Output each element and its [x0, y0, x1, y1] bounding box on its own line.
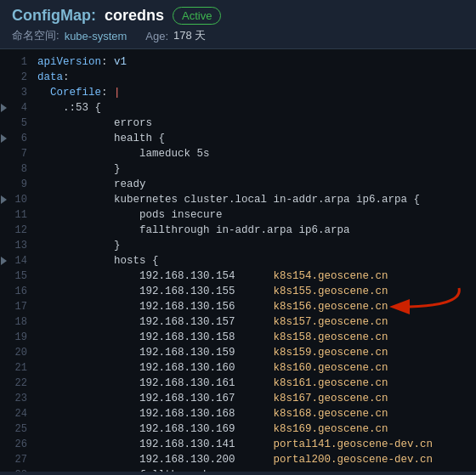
line-gutter: 14 — [0, 253, 32, 269]
code-line: 24 192.168.130.168 k8s168.geoscene.cn — [0, 406, 476, 421]
line-content: 192.168.130.154 k8s154.geoscene.cn — [32, 269, 476, 284]
line-gutter: 11 — [0, 207, 32, 223]
line-content: 192.168.130.158 k8s158.geoscene.cn — [32, 330, 476, 345]
line-number: 6 — [8, 131, 27, 146]
code-token: k8s154.geoscene.cn — [274, 270, 388, 282]
code-token: pods insecure — [37, 209, 223, 221]
code-token: : — [63, 71, 70, 83]
line-gutter: 25 — [0, 421, 32, 437]
line-number: 11 — [8, 207, 27, 223]
code-token: .:53 { — [63, 102, 101, 114]
line-gutter: 10 — [0, 192, 32, 207]
code-line: 26 192.168.130.141 portal141.geoscene-de… — [0, 437, 476, 452]
code-line: 7 lameduck 5s — [0, 146, 476, 161]
code-line: 2data: — [0, 70, 476, 85]
code-token: k8s159.geoscene.cn — [274, 347, 388, 359]
line-gutter: 8 — [0, 161, 32, 177]
line-number: 10 — [8, 192, 27, 207]
line-content: apiVersion: v1 — [32, 54, 476, 70]
code-token — [37, 87, 50, 99]
code-token: k8s157.geoscene.cn — [274, 316, 388, 328]
code-line: 3 Corefile: | — [0, 85, 476, 100]
expand-icon[interactable] — [1, 195, 7, 204]
title-row: ConfigMap: coredns Active — [12, 7, 464, 25]
code-line: 9 ready — [0, 177, 476, 192]
line-gutter: 1 — [0, 54, 32, 70]
code-token: | — [114, 87, 121, 99]
line-number: 19 — [8, 330, 27, 345]
expand-icon[interactable] — [1, 257, 7, 265]
line-content: 192.168.130.141 portal141.geoscene-dev.c… — [32, 437, 476, 452]
page-header: ConfigMap: coredns Active 命名空间: kube-sys… — [0, 0, 476, 49]
code-line: 12 fallthrough in-addr.arpa ip6.arpa — [0, 223, 476, 238]
code-line: 1apiVersion: v1 — [0, 54, 476, 70]
line-number: 4 — [8, 100, 27, 116]
code-editor: 1apiVersion: v12data:3 Corefile: |4 .:53… — [0, 49, 476, 472]
code-line: 11 pods insecure — [0, 207, 476, 223]
code-line: 13 } — [0, 238, 476, 253]
line-content: 192.168.130.156 k8s156.geoscene.cn — [32, 299, 476, 314]
line-content: data: — [32, 70, 476, 85]
namespace-value: kube-system — [65, 30, 128, 42]
code-line: 4 .:53 { — [0, 100, 476, 116]
line-gutter: 20 — [0, 345, 32, 360]
code-token: : — [101, 56, 114, 68]
code-line: 17 192.168.130.156 k8s156.geoscene.cn — [0, 299, 476, 314]
line-number: 7 — [8, 146, 27, 161]
expand-icon[interactable] — [1, 104, 7, 112]
line-content: health { — [32, 131, 476, 146]
code-token: health { — [37, 133, 165, 144]
code-token: : — [101, 87, 114, 99]
line-content: lameduck 5s — [32, 146, 476, 161]
code-token: portal200.geoscene-dev.cn — [274, 454, 434, 466]
code-line: 8 } — [0, 161, 476, 177]
code-token: Corefile — [50, 87, 101, 99]
line-content: 192.168.130.168 k8s168.geoscene.cn — [32, 406, 476, 421]
line-number: 14 — [8, 253, 27, 269]
code-token: 192.168.130.154 — [37, 270, 274, 282]
line-gutter: 2 — [0, 70, 32, 85]
line-number: 13 — [8, 238, 27, 253]
line-content: 192.168.130.160 k8s160.geoscene.cn — [32, 360, 476, 376]
line-gutter: 5 — [0, 116, 32, 131]
line-content: 192.168.130.157 k8s157.geoscene.cn — [32, 314, 476, 330]
code-line: 14 hosts { — [0, 253, 476, 269]
resource-type-label: ConfigMap: — [12, 7, 96, 25]
line-number: 5 — [8, 116, 27, 131]
code-token: 192.168.130.156 — [37, 301, 274, 313]
line-number: 23 — [8, 391, 27, 406]
line-gutter: 12 — [0, 223, 32, 238]
line-gutter: 3 — [0, 85, 32, 100]
line-content: .:53 { — [32, 100, 476, 116]
line-gutter: 7 — [0, 146, 32, 161]
line-gutter: 4 — [0, 100, 32, 116]
code-token: k8s169.geoscene.cn — [274, 423, 388, 435]
code-token: 192.168.130.158 — [37, 331, 274, 343]
code-line: 10 kubernetes cluster.local in-addr.arpa… — [0, 192, 476, 207]
line-number: 22 — [8, 376, 27, 391]
line-content: } — [32, 161, 476, 177]
line-gutter: 21 — [0, 360, 32, 376]
meta-row: 命名空间: kube-system Age: 178 天 — [12, 28, 464, 43]
line-content: fallthrough in-addr.arpa ip6.arpa — [32, 223, 476, 238]
code-line: 23 192.168.130.167 k8s167.geoscene.cn — [0, 391, 476, 406]
line-number: 21 — [8, 360, 27, 376]
namespace-label: 命名空间: — [12, 28, 60, 43]
code-token: 192.168.130.159 — [37, 347, 274, 359]
line-number: 3 — [8, 85, 27, 100]
line-number: 1 — [8, 54, 27, 70]
line-gutter: 24 — [0, 406, 32, 421]
line-gutter: 15 — [0, 269, 32, 284]
code-token: 192.168.130.168 — [37, 408, 274, 420]
code-token: fallthrough in-addr.arpa ip6.arpa — [37, 224, 350, 236]
line-gutter: 27 — [0, 452, 32, 467]
line-content: Corefile: | — [32, 85, 476, 100]
code-token: k8s160.geoscene.cn — [274, 362, 388, 374]
line-content: fallthrough — [32, 467, 476, 472]
line-number: 8 — [8, 161, 27, 177]
code-token: 192.168.130.157 — [37, 316, 274, 328]
line-number: 18 — [8, 314, 27, 330]
code-token: kubernetes cluster.local in-addr.arpa ip… — [37, 194, 420, 206]
line-content: errors — [32, 116, 476, 131]
expand-icon[interactable] — [1, 134, 7, 143]
